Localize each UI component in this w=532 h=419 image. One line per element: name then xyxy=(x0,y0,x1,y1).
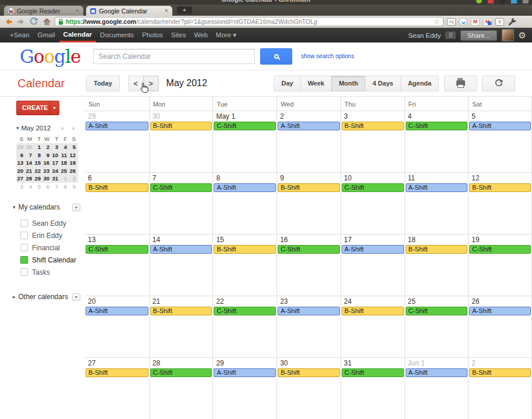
mini-calendar-day[interactable]: 3 xyxy=(51,143,60,151)
event-b-shift[interactable]: B-Shift xyxy=(342,122,404,130)
create-button[interactable]: CREATE ▾ xyxy=(16,101,59,115)
share-button[interactable]: Share... xyxy=(460,30,497,41)
mini-calendar-day[interactable]: 19 xyxy=(69,159,77,167)
day-cell[interactable]: 20A-Shift xyxy=(85,296,149,357)
event-a-shift[interactable]: A-Shift xyxy=(278,122,340,130)
day-cell[interactable]: 12B-Shift xyxy=(468,173,532,234)
mini-calendar-day[interactable]: 2 xyxy=(42,143,51,151)
my-calendars-header[interactable]: ▾ My calendars ▼ xyxy=(13,203,80,211)
event-a-shift[interactable]: A-Shift xyxy=(86,307,148,315)
calendar-color-swatch[interactable] xyxy=(20,256,28,264)
day-cell[interactable]: 25C-Shift xyxy=(405,296,469,357)
event-a-shift[interactable]: A-Shift xyxy=(469,122,531,130)
day-cell[interactable]: 22C-Shift xyxy=(212,296,276,357)
view-button-week[interactable]: Week xyxy=(300,76,332,91)
counter-extension-icon[interactable]: 0 xyxy=(495,18,504,26)
mini-calendar-day[interactable]: 4 xyxy=(60,143,69,151)
day-cell[interactable]: 8A-Shift xyxy=(212,173,276,234)
mini-calendar-day[interactable]: 29 xyxy=(34,175,42,183)
calendar-color-swatch[interactable] xyxy=(20,232,28,239)
mini-calendar-day[interactable]: 6 xyxy=(42,183,51,191)
mini-calendar-day[interactable]: 6 xyxy=(16,151,25,159)
mini-calendar-day[interactable]: 22 xyxy=(34,167,42,175)
mini-calendar-day[interactable]: 26 xyxy=(69,167,77,175)
refresh-button[interactable] xyxy=(482,76,515,91)
event-b-shift[interactable]: B-Shift xyxy=(342,307,404,315)
day-cell[interactable]: 30B-Shift xyxy=(276,358,341,419)
day-cell[interactable]: Jun 1A-Shift xyxy=(405,358,469,419)
user-name[interactable]: Sean Eddy xyxy=(408,32,441,39)
day-cell[interactable]: 4C-Shift xyxy=(405,111,469,172)
mini-calendar-day[interactable]: 12 xyxy=(69,151,77,159)
event-a-shift[interactable]: A-Shift xyxy=(86,122,148,130)
calendar-color-swatch[interactable] xyxy=(20,268,28,276)
event-b-shift[interactable]: B-Shift xyxy=(214,245,276,254)
day-cell[interactable]: 31C-Shift xyxy=(341,358,405,419)
day-cell[interactable]: 7C-Shift xyxy=(149,173,213,234)
gbar-link-more[interactable]: More ▾ xyxy=(212,28,240,42)
mini-calendar-day[interactable]: 30 xyxy=(42,175,51,183)
mini-calendar-day[interactable]: 5 xyxy=(69,143,77,151)
tab-google-reader[interactable]: Google Reader× xyxy=(3,5,84,16)
mini-calendar-day[interactable]: 15 xyxy=(34,159,42,167)
mini-calendar-day[interactable]: 11 xyxy=(60,151,69,159)
event-b-shift[interactable]: B-Shift xyxy=(86,368,148,377)
search-button[interactable] xyxy=(260,48,292,65)
search-input[interactable] xyxy=(93,49,255,64)
close-icon[interactable]: × xyxy=(165,8,168,14)
day-cell[interactable]: 17A-Shift xyxy=(341,235,405,296)
calendar-color-swatch[interactable] xyxy=(20,244,28,251)
mini-calendar-day[interactable]: 24 xyxy=(51,167,60,175)
day-cell[interactable]: 23A-Shift xyxy=(276,296,341,357)
mini-calendar-day[interactable]: 1 xyxy=(34,143,42,151)
day-cell[interactable]: 2A-Shift xyxy=(276,111,341,172)
gmail-extension-icon[interactable]: M xyxy=(471,18,480,26)
mini-calendar-day[interactable]: 10 xyxy=(51,151,60,159)
mini-calendar-day[interactable]: 18 xyxy=(60,159,69,167)
mini-calendar-day[interactable]: 17 xyxy=(51,159,60,167)
close-icon[interactable]: × xyxy=(76,8,79,14)
event-b-shift[interactable]: B-Shift xyxy=(278,368,340,377)
view-button-agenda[interactable]: Agenda xyxy=(400,76,439,91)
event-b-shift[interactable]: B-Shift xyxy=(406,245,468,254)
event-c-shift[interactable]: C-Shift xyxy=(469,245,531,254)
day-cell[interactable]: 13C-Shift xyxy=(85,235,149,296)
calendar-list-item-sean-eddy[interactable]: Sean Eddy xyxy=(20,217,85,229)
mini-calendar-day[interactable]: 1 xyxy=(60,175,69,183)
day-cell[interactable]: 5A-Shift xyxy=(468,111,532,172)
day-cell[interactable]: 2B-Shift xyxy=(468,358,532,419)
day-cell[interactable]: 26A-Shift xyxy=(468,296,532,357)
event-a-shift[interactable]: A-Shift xyxy=(214,183,276,192)
day-cell[interactable]: 9B-Shift xyxy=(276,173,341,234)
mini-calendar-day[interactable]: 7 xyxy=(51,183,60,191)
day-cell[interactable]: 21B-Shift xyxy=(149,296,213,357)
day-cell[interactable]: 19C-Shift xyxy=(468,235,532,296)
event-a-shift[interactable]: A-Shift xyxy=(342,245,404,254)
gmail-offline-extension-icon[interactable]: M xyxy=(483,18,492,26)
voice-extension-icon[interactable] xyxy=(459,17,467,26)
my-calendars-dropdown-icon[interactable]: ▼ xyxy=(72,204,80,211)
calendar-list-item-financial[interactable]: Financial xyxy=(20,242,85,254)
event-b-shift[interactable]: B-Shift xyxy=(86,183,148,192)
tab-google-calendar[interactable]: Google Calendar× xyxy=(86,5,173,16)
event-a-shift[interactable]: A-Shift xyxy=(469,307,531,315)
calendar-list-item-erin-eddy[interactable]: Erin Eddy xyxy=(20,229,85,242)
event-c-shift[interactable]: C-Shift xyxy=(406,122,468,130)
day-cell[interactable]: May 1C-Shift xyxy=(212,111,276,172)
view-button-4-days[interactable]: 4 Days xyxy=(365,76,400,91)
mini-calendar-day[interactable]: 20 xyxy=(16,167,25,175)
mini-calendar-day[interactable]: 9 xyxy=(42,151,51,159)
calendar-color-swatch[interactable] xyxy=(20,219,28,227)
other-calendars-dropdown-icon[interactable]: ▼ xyxy=(72,293,80,301)
day-cell[interactable]: 30B-Shift xyxy=(149,111,213,172)
calendar-list-item-tasks[interactable]: Tasks xyxy=(20,266,85,278)
notification-badge[interactable]: 0 xyxy=(445,31,456,39)
day-cell[interactable]: 6B-Shift xyxy=(85,173,149,234)
day-cell[interactable]: 14A-Shift xyxy=(149,235,213,296)
mini-calendar-day[interactable]: 2 xyxy=(69,175,77,183)
mini-calendar-day[interactable]: 25 xyxy=(60,167,69,175)
day-cell[interactable]: 24B-Shift xyxy=(341,296,405,357)
event-c-shift[interactable]: C-Shift xyxy=(150,183,212,192)
event-b-shift[interactable]: B-Shift xyxy=(469,368,531,377)
gbar-link-calendar[interactable]: Calendar xyxy=(59,28,96,42)
